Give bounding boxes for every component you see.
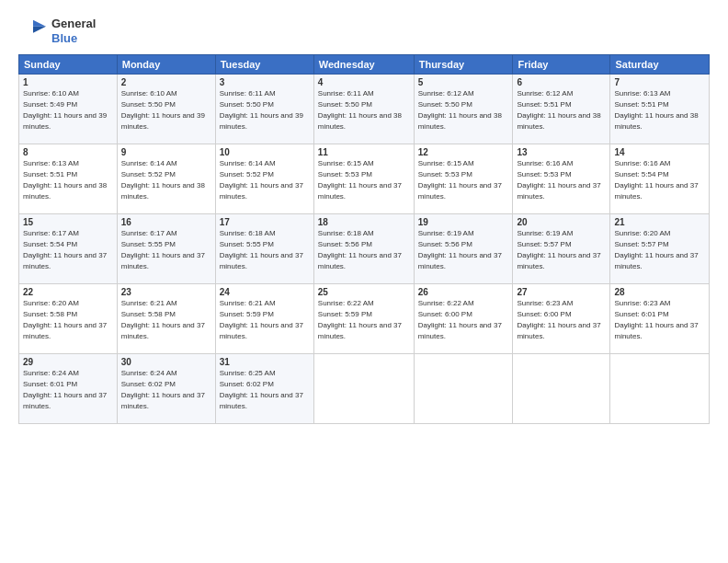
day-info: Sunrise: 6:25 AMSunset: 6:02 PMDaylight:…	[220, 369, 303, 409]
day-info: Sunrise: 6:22 AMSunset: 6:00 PMDaylight:…	[418, 299, 502, 339]
day-number: 9	[121, 147, 211, 157]
day-info: Sunrise: 6:11 AMSunset: 5:50 PMDaylight:…	[318, 89, 402, 130]
day-info: Sunrise: 6:16 AMSunset: 5:53 PMDaylight:…	[517, 159, 600, 200]
day-number: 28	[614, 287, 705, 297]
calendar-cell: 30Sunrise: 6:24 AMSunset: 6:02 PMDayligh…	[117, 354, 215, 424]
calendar-cell: 25Sunrise: 6:22 AMSunset: 5:59 PMDayligh…	[313, 284, 414, 354]
day-info: Sunrise: 6:20 AMSunset: 5:57 PMDaylight:…	[614, 229, 698, 270]
day-number: 15	[23, 217, 113, 227]
calendar-cell: 26Sunrise: 6:22 AMSunset: 6:00 PMDayligh…	[414, 284, 513, 354]
day-info: Sunrise: 6:14 AMSunset: 5:52 PMDaylight:…	[220, 159, 303, 200]
logo-text: General Blue	[51, 17, 96, 45]
calendar-cell: 17Sunrise: 6:18 AMSunset: 5:55 PMDayligh…	[215, 214, 313, 284]
weekday-header-sunday: Sunday	[19, 55, 118, 75]
day-number: 17	[220, 217, 310, 227]
day-number: 16	[121, 217, 211, 227]
weekday-header-saturday: Saturday	[610, 55, 710, 75]
calendar-cell: 14Sunrise: 6:16 AMSunset: 5:54 PMDayligh…	[610, 144, 710, 214]
svg-rect-3	[18, 19, 35, 42]
day-number: 3	[220, 77, 310, 87]
day-info: Sunrise: 6:20 AMSunset: 5:58 PMDaylight:…	[23, 299, 107, 339]
day-number: 5	[418, 77, 509, 87]
svg-marker-2	[33, 26, 46, 32]
day-info: Sunrise: 6:19 AMSunset: 5:56 PMDaylight:…	[418, 229, 502, 270]
logo: General Blue	[18, 17, 96, 45]
calendar-cell: 18Sunrise: 6:18 AMSunset: 5:56 PMDayligh…	[313, 214, 414, 284]
calendar-cell: 29Sunrise: 6:24 AMSunset: 6:01 PMDayligh…	[19, 354, 118, 424]
day-number: 2	[121, 77, 211, 87]
day-info: Sunrise: 6:18 AMSunset: 5:55 PMDaylight:…	[220, 229, 303, 270]
day-number: 30	[121, 357, 211, 367]
calendar-cell	[313, 354, 414, 424]
day-number: 8	[23, 147, 113, 157]
svg-marker-1	[33, 19, 46, 26]
calendar-cell: 6Sunrise: 6:12 AMSunset: 5:51 PMDaylight…	[513, 75, 610, 144]
day-number: 13	[517, 147, 606, 157]
calendar-cell: 24Sunrise: 6:21 AMSunset: 5:59 PMDayligh…	[215, 284, 313, 354]
day-info: Sunrise: 6:12 AMSunset: 5:50 PMDaylight:…	[418, 89, 502, 130]
day-info: Sunrise: 6:17 AMSunset: 5:55 PMDaylight:…	[121, 229, 205, 270]
calendar-cell: 2Sunrise: 6:10 AMSunset: 5:50 PMDaylight…	[117, 75, 215, 144]
day-info: Sunrise: 6:21 AMSunset: 5:58 PMDaylight:…	[121, 299, 205, 339]
day-info: Sunrise: 6:24 AMSunset: 6:02 PMDaylight:…	[121, 369, 205, 409]
day-number: 6	[517, 77, 606, 87]
weekday-header-monday: Monday	[117, 55, 215, 75]
logo-icon	[18, 18, 48, 44]
day-number: 21	[614, 217, 705, 227]
calendar-cell: 13Sunrise: 6:16 AMSunset: 5:53 PMDayligh…	[513, 144, 610, 214]
day-number: 11	[318, 147, 410, 157]
calendar-cell: 11Sunrise: 6:15 AMSunset: 5:53 PMDayligh…	[313, 144, 414, 214]
day-number: 14	[614, 147, 705, 157]
calendar-cell: 9Sunrise: 6:14 AMSunset: 5:52 PMDaylight…	[117, 144, 215, 214]
day-info: Sunrise: 6:12 AMSunset: 5:51 PMDaylight:…	[517, 89, 600, 130]
calendar-cell: 1Sunrise: 6:10 AMSunset: 5:49 PMDaylight…	[19, 75, 118, 144]
calendar-cell: 27Sunrise: 6:23 AMSunset: 6:00 PMDayligh…	[513, 284, 610, 354]
calendar-cell: 12Sunrise: 6:15 AMSunset: 5:53 PMDayligh…	[414, 144, 513, 214]
day-info: Sunrise: 6:18 AMSunset: 5:56 PMDaylight:…	[318, 229, 402, 270]
calendar-cell: 28Sunrise: 6:23 AMSunset: 6:01 PMDayligh…	[610, 284, 710, 354]
day-info: Sunrise: 6:13 AMSunset: 5:51 PMDaylight:…	[614, 89, 698, 130]
day-number: 29	[23, 357, 113, 367]
day-info: Sunrise: 6:10 AMSunset: 5:50 PMDaylight:…	[121, 89, 205, 130]
day-info: Sunrise: 6:23 AMSunset: 6:00 PMDaylight:…	[517, 299, 600, 339]
day-info: Sunrise: 6:15 AMSunset: 5:53 PMDaylight:…	[318, 159, 402, 200]
calendar-cell: 21Sunrise: 6:20 AMSunset: 5:57 PMDayligh…	[610, 214, 710, 284]
day-number: 7	[614, 77, 705, 87]
weekday-header-tuesday: Tuesday	[215, 55, 313, 75]
day-info: Sunrise: 6:14 AMSunset: 5:52 PMDaylight:…	[121, 159, 205, 200]
day-number: 19	[418, 217, 509, 227]
day-number: 12	[418, 147, 509, 157]
calendar-cell: 3Sunrise: 6:11 AMSunset: 5:50 PMDaylight…	[215, 75, 313, 144]
weekday-header-friday: Friday	[513, 55, 610, 75]
day-number: 25	[318, 287, 410, 297]
weekday-header-thursday: Thursday	[414, 55, 513, 75]
day-number: 27	[517, 287, 606, 297]
day-info: Sunrise: 6:11 AMSunset: 5:50 PMDaylight:…	[220, 89, 303, 130]
day-info: Sunrise: 6:23 AMSunset: 6:01 PMDaylight:…	[614, 299, 698, 339]
day-number: 1	[23, 77, 113, 87]
day-number: 10	[220, 147, 310, 157]
day-info: Sunrise: 6:15 AMSunset: 5:53 PMDaylight:…	[418, 159, 502, 200]
calendar-cell	[610, 354, 710, 424]
day-number: 24	[220, 287, 310, 297]
day-number: 22	[23, 287, 113, 297]
day-info: Sunrise: 6:22 AMSunset: 5:59 PMDaylight:…	[318, 299, 402, 339]
day-info: Sunrise: 6:16 AMSunset: 5:54 PMDaylight:…	[614, 159, 698, 200]
weekday-header-wednesday: Wednesday	[313, 55, 414, 75]
calendar-cell	[513, 354, 610, 424]
day-number: 20	[517, 217, 606, 227]
calendar-cell: 15Sunrise: 6:17 AMSunset: 5:54 PMDayligh…	[19, 214, 118, 284]
day-info: Sunrise: 6:19 AMSunset: 5:57 PMDaylight:…	[517, 229, 600, 270]
day-info: Sunrise: 6:24 AMSunset: 6:01 PMDaylight:…	[23, 369, 107, 409]
calendar-cell: 4Sunrise: 6:11 AMSunset: 5:50 PMDaylight…	[313, 75, 414, 144]
day-info: Sunrise: 6:13 AMSunset: 5:51 PMDaylight:…	[23, 159, 107, 200]
calendar-cell: 16Sunrise: 6:17 AMSunset: 5:55 PMDayligh…	[117, 214, 215, 284]
day-info: Sunrise: 6:10 AMSunset: 5:49 PMDaylight:…	[23, 89, 107, 130]
day-info: Sunrise: 6:17 AMSunset: 5:54 PMDaylight:…	[23, 229, 107, 270]
calendar-cell: 20Sunrise: 6:19 AMSunset: 5:57 PMDayligh…	[513, 214, 610, 284]
calendar-cell: 23Sunrise: 6:21 AMSunset: 5:58 PMDayligh…	[117, 284, 215, 354]
calendar-cell: 7Sunrise: 6:13 AMSunset: 5:51 PMDaylight…	[610, 75, 710, 144]
calendar-cell: 8Sunrise: 6:13 AMSunset: 5:51 PMDaylight…	[19, 144, 118, 214]
day-info: Sunrise: 6:21 AMSunset: 5:59 PMDaylight:…	[220, 299, 303, 339]
day-number: 31	[220, 357, 310, 367]
